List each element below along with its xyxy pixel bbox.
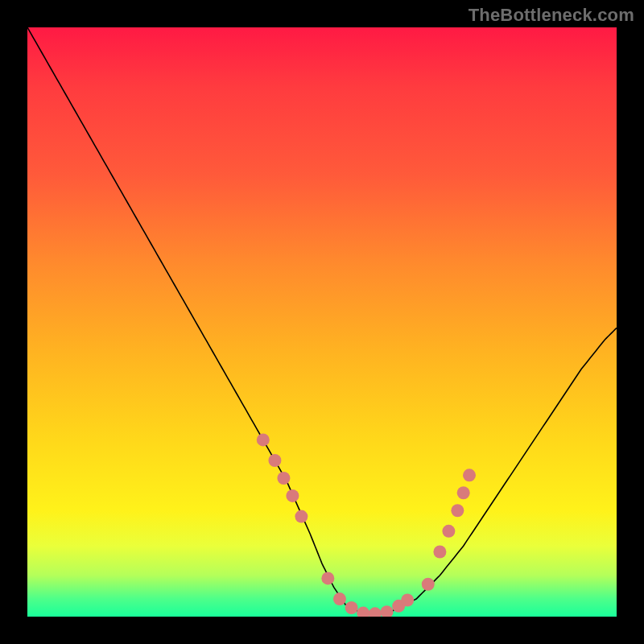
plot-area <box>27 27 617 617</box>
curve-marker <box>433 545 446 558</box>
curve-marker <box>451 504 464 517</box>
marker-group <box>257 433 476 617</box>
curve-marker <box>369 607 382 617</box>
curve-marker <box>463 469 476 481</box>
curve-marker <box>257 433 270 446</box>
curve-marker <box>321 572 334 584</box>
curve-marker <box>381 605 394 617</box>
curve-marker <box>295 510 308 523</box>
curve-marker <box>277 472 290 485</box>
curve-marker <box>345 601 358 614</box>
curve-marker <box>268 454 281 467</box>
chart-frame: TheBottleneck.com <box>0 0 644 644</box>
watermark-text: TheBottleneck.com <box>469 5 634 26</box>
curve-marker <box>457 486 470 499</box>
curve-marker <box>401 594 414 607</box>
curve-marker <box>442 525 455 538</box>
bottleneck-curve <box>27 27 617 613</box>
curve-marker <box>333 592 346 605</box>
curve-marker <box>422 578 435 591</box>
curve-marker <box>286 489 299 502</box>
curve-marker <box>357 607 369 617</box>
chart-svg <box>27 27 617 617</box>
